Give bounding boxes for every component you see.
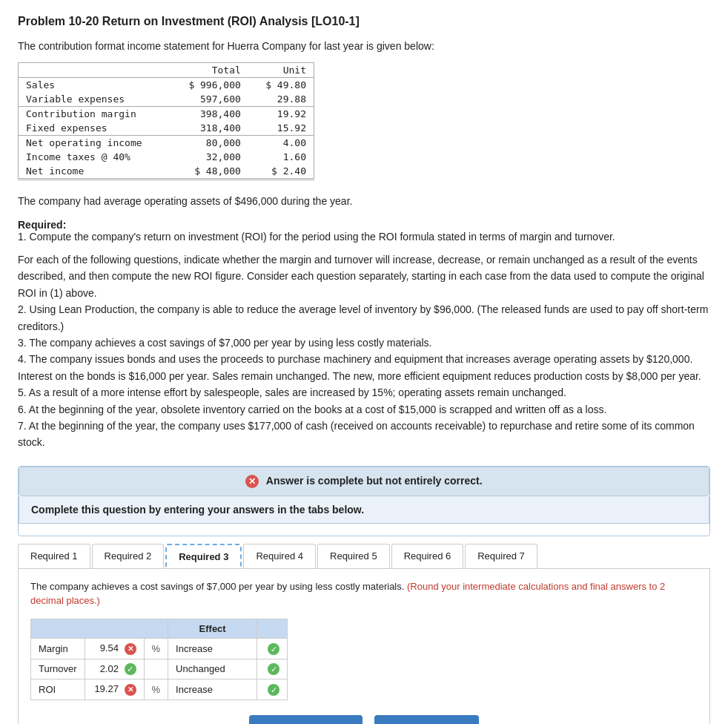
tab-instruction-main: The company achieves a cost savings of $…: [30, 581, 404, 592]
col-header-total: Total: [166, 63, 248, 78]
turnover-check-icon: ✓: [268, 663, 279, 675]
roi-value: 19.27 ✕: [85, 679, 144, 700]
col-header-unit: Unit: [248, 63, 314, 78]
complete-text: Complete this question by entering your …: [31, 504, 364, 516]
turnover-check: ✓: [257, 659, 288, 679]
tabs-container: Required 1 Required 2 Required 3 Require…: [18, 544, 710, 569]
required-section: Required: 1. Compute the company's retur…: [18, 219, 710, 243]
avg-assets-text: The company had average operating assets…: [18, 195, 710, 207]
row-netopinc-unit: 4.00: [248, 136, 314, 151]
table-row: Turnover 2.02 ✓ Unchanged ✓: [31, 659, 288, 679]
q7-text: 7. At the beginning of the year, the com…: [18, 418, 710, 451]
answer-banner-text: Answer is complete but not entirely corr…: [266, 475, 483, 487]
tab-required-3[interactable]: Required 3: [165, 544, 242, 568]
tab-required-1[interactable]: Required 1: [18, 544, 90, 568]
roi-label: ROI: [31, 679, 85, 700]
answer-wrapper: ✕ Answer is complete but not entirely co…: [18, 466, 710, 536]
turnover-check-icon-inline: ✓: [125, 663, 136, 675]
required-label: Required:: [18, 219, 66, 231]
forward-button[interactable]: Required 4 >: [374, 715, 478, 724]
row-netinc-label: Net income: [19, 164, 167, 180]
tab-instruction: The company achieves a cost savings of $…: [30, 579, 698, 608]
page-title: Problem 10-20 Return on Investment (ROI)…: [18, 15, 710, 28]
margin-unit: %: [144, 638, 168, 659]
q3-text: 3. The company achieves a cost savings o…: [18, 335, 710, 351]
table-row: ROI 19.27 ✕ % Increase ✓: [31, 679, 288, 700]
row-contmargin-total: 398,400: [166, 107, 248, 122]
row-sales-total: $ 996,000: [166, 78, 248, 93]
effect-spacer-header: [31, 619, 168, 638]
tab-required-7[interactable]: Required 7: [465, 544, 537, 568]
row-incometax-unit: 1.60: [248, 150, 314, 164]
margin-check: ✓: [257, 638, 288, 659]
roi-effect: Increase: [168, 679, 257, 700]
row-sales-unit: $ 49.80: [248, 78, 314, 93]
turnover-unit: [144, 659, 168, 679]
questions-block: For each of the following questions, ind…: [18, 251, 710, 451]
row-netopinc-label: Net operating income: [19, 136, 167, 151]
turnover-effect: Unchanged: [168, 659, 257, 679]
row-fixedexp-label: Fixed expenses: [19, 121, 167, 136]
back-button[interactable]: ‹ < Required 2: [249, 715, 363, 724]
margin-effect: Increase: [168, 638, 257, 659]
tab-required-4[interactable]: Required 4: [243, 544, 316, 568]
table-row: Margin 9.54 ✕ % Increase ✓: [31, 638, 288, 659]
q5-text: 5. As a result of a more intense effort …: [18, 384, 710, 401]
row-sales-label: Sales: [19, 78, 167, 93]
roi-unit: %: [144, 679, 168, 700]
q6-text: 6. At the beginning of the year, obsolet…: [18, 401, 710, 418]
row-fixedexp-total: 318,400: [166, 121, 248, 136]
answer-banner: ✕ Answer is complete but not entirely co…: [19, 467, 709, 496]
roi-check: ✓: [257, 679, 288, 700]
turnover-label: Turnover: [31, 659, 85, 679]
row-netopinc-total: 80,000: [166, 136, 248, 151]
row-contmargin-label: Contribution margin: [19, 107, 167, 122]
tab-required-6[interactable]: Required 6: [391, 544, 464, 568]
margin-check-icon: ✓: [268, 643, 279, 655]
roi-x-icon: ✕: [125, 684, 136, 696]
questions-intro: For each of the following questions, ind…: [18, 251, 710, 301]
row-netinc-total: $ 48,000: [166, 164, 248, 180]
row-incometax-total: 32,000: [166, 150, 248, 164]
row-varexp-label: Variable expenses: [19, 92, 167, 107]
row-incometax-label: Income taxes @ 40%: [19, 150, 167, 164]
row-varexp-total: 597,600: [166, 92, 248, 107]
complete-box: Complete this question by entering your …: [19, 496, 709, 524]
tab-required-2[interactable]: Required 2: [92, 544, 165, 568]
income-statement-table: Total Unit Sales $ 996,000 $ 49.80 Varia…: [18, 62, 314, 180]
row-netinc-unit: $ 2.40: [248, 164, 314, 180]
effect-check-header: [257, 619, 288, 638]
effect-header: Effect: [168, 619, 257, 638]
margin-value: 9.54 ✕: [85, 638, 144, 659]
tab-required-5[interactable]: Required 5: [317, 544, 390, 568]
tab-content-required-3: The company achieves a cost savings of $…: [18, 569, 710, 724]
answer-x-icon: ✕: [245, 475, 259, 488]
q4-text: 4. The company issues bonds and uses the…: [18, 351, 710, 384]
margin-x-icon: ✕: [125, 643, 136, 655]
turnover-value: 2.02 ✓: [85, 659, 144, 679]
row-contmargin-unit: 19.92: [248, 107, 314, 122]
required-1-text: 1. Compute the company's return on inves…: [18, 231, 710, 243]
effect-table: Effect Margin 9.54 ✕ % Increase ✓ Turnov…: [30, 619, 288, 700]
roi-check-icon: ✓: [268, 684, 279, 696]
bottom-nav: ‹ < Required 2 Required 4 >: [30, 715, 698, 724]
q2-text: 2. Using Lean Production, the company is…: [18, 301, 710, 335]
row-fixedexp-unit: 15.92: [248, 121, 314, 136]
row-varexp-unit: 29.88: [248, 92, 314, 107]
intro-text: The contribution format income statement…: [18, 40, 710, 52]
margin-label: Margin: [31, 638, 85, 659]
